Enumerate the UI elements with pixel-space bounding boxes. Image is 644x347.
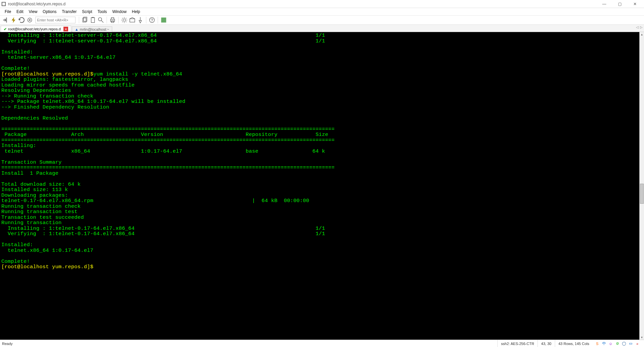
svg-text:?: ? xyxy=(151,18,153,23)
tab-label: root@localhost:/etc/yum.repos.d xyxy=(8,27,61,31)
face-icon[interactable]: ☺ xyxy=(608,341,613,346)
connected-icon: ✔ xyxy=(4,27,7,31)
session-tab-active[interactable]: ✔ root@localhost:/etc/yum.repos.d ✕ xyxy=(1,26,71,32)
sessions-button[interactable] xyxy=(129,16,136,24)
svg-rect-4 xyxy=(91,18,95,23)
terminal-pane[interactable]: Installing : 1:telnet-server-0.17-64.el7… xyxy=(0,32,644,340)
status-size: 43 Rows, 145 Cols xyxy=(555,340,593,347)
folder-icon[interactable]: ▭ xyxy=(628,341,633,346)
paste-button[interactable] xyxy=(89,16,97,24)
scroll-up-icon[interactable]: ▲ xyxy=(640,32,644,37)
tab-scroll-left[interactable]: ◁ xyxy=(636,25,639,29)
vertical-scrollbar[interactable]: ▲ ▼ xyxy=(639,32,644,340)
safe-icon[interactable]: ⊘ xyxy=(615,341,620,346)
toolbar: ? xyxy=(0,15,644,25)
status-ready: Ready xyxy=(2,342,497,346)
menu-file[interactable]: File xyxy=(2,9,14,15)
menu-window[interactable]: Window xyxy=(110,9,129,15)
window-titlebar: root@localhost:/etc/yum.repos.d — ▢ ✕ xyxy=(0,0,644,8)
reconnect-button[interactable] xyxy=(18,16,25,24)
maximize-button[interactable]: ▢ xyxy=(612,0,627,8)
close-icon: ✕ xyxy=(633,2,637,6)
ime-icon[interactable]: 中 xyxy=(601,341,607,346)
download-icon[interactable]: ◯ xyxy=(621,341,627,346)
settings-button[interactable] xyxy=(121,16,128,24)
scroll-down-icon[interactable]: ▼ xyxy=(640,335,644,340)
minimize-icon: — xyxy=(602,2,606,6)
menubar: File Edit View Options Transfer Script T… xyxy=(0,8,644,15)
extras-button[interactable] xyxy=(160,16,167,24)
svg-rect-11 xyxy=(130,19,135,22)
svg-rect-5 xyxy=(92,17,94,18)
menu-options[interactable]: Options xyxy=(40,9,59,15)
connect-button[interactable] xyxy=(2,16,9,24)
menu-script[interactable]: Script xyxy=(79,9,95,15)
copy-button[interactable] xyxy=(81,16,89,24)
menu-help[interactable]: Help xyxy=(129,9,143,15)
menu-transfer[interactable]: Transfer xyxy=(59,9,79,15)
svg-rect-8 xyxy=(111,18,114,19)
status-cursor-pos: 43, 30 xyxy=(537,340,555,347)
tab-close-button[interactable]: ✕ xyxy=(63,27,68,31)
terminal-output[interactable]: Installing : 1:telnet-server-0.17-64.el7… xyxy=(0,32,639,340)
warning-icon: ▲ xyxy=(75,27,78,31)
tab-scroll-right[interactable]: ▷ xyxy=(640,25,643,29)
svg-rect-14 xyxy=(161,18,166,23)
session-tabbar: ✔ root@localhost:/etc/yum.repos.d ✕ ▲ mr… xyxy=(0,25,644,32)
tab-label: mrlin@localhost:~ xyxy=(80,27,109,31)
quick-connect-button[interactable] xyxy=(10,16,17,24)
network-icon[interactable]: » xyxy=(635,341,640,346)
menu-tools[interactable]: Tools xyxy=(95,9,110,15)
menu-view[interactable]: View xyxy=(26,9,40,15)
help-button[interactable]: ? xyxy=(148,16,156,24)
close-button[interactable]: ✕ xyxy=(627,0,643,8)
status-cipher: ssh2: AES-256-CTR xyxy=(497,340,537,347)
statusbar: Ready ssh2: AES-256-CTR 43, 30 43 Rows, … xyxy=(0,340,644,347)
svg-point-10 xyxy=(123,19,126,21)
app-icon xyxy=(1,2,6,6)
session-tab-inactive[interactable]: ▲ mrlin@localhost:~ xyxy=(72,26,112,32)
pin-button[interactable] xyxy=(137,16,144,24)
svg-point-6 xyxy=(99,18,102,21)
find-button[interactable] xyxy=(97,16,105,24)
host-input[interactable] xyxy=(35,17,75,23)
minimize-button[interactable]: — xyxy=(597,0,612,8)
tray-icons: S 中 ☺ ⊘ ◯ ▭ » xyxy=(593,341,642,346)
disconnect-button[interactable] xyxy=(26,16,33,24)
logo-icon[interactable]: S xyxy=(595,341,600,346)
maximize-icon: ▢ xyxy=(618,2,622,6)
svg-rect-1 xyxy=(2,2,5,5)
scrollbar-thumb[interactable] xyxy=(640,184,644,204)
window-title: root@localhost:/etc/yum.repos.d xyxy=(8,2,65,6)
menu-edit[interactable]: Edit xyxy=(14,9,26,15)
print-button[interactable] xyxy=(109,16,116,24)
scrollbar-track[interactable] xyxy=(640,37,644,335)
